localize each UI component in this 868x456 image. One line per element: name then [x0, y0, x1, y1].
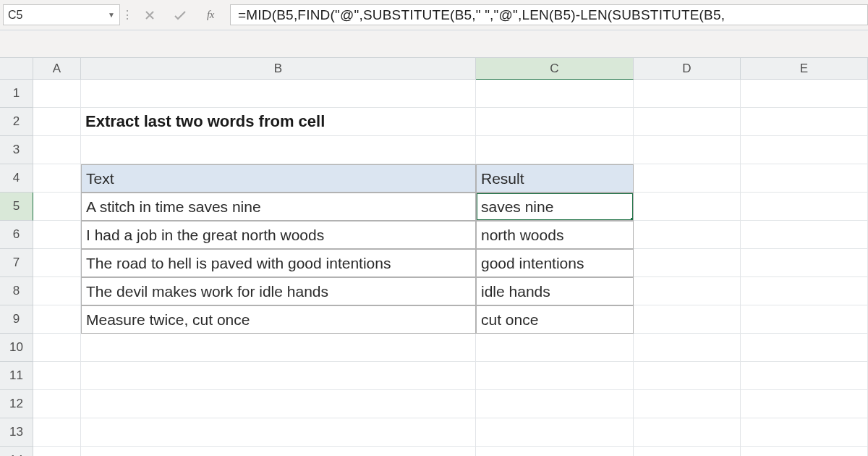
cell-c9[interactable]: cut once [476, 305, 634, 334]
row-header-11[interactable]: 11 [0, 362, 33, 390]
row-header-6[interactable]: 6 [0, 221, 33, 249]
cell-d6[interactable] [634, 221, 741, 249]
cell-b9[interactable]: Measure twice, cut once [81, 305, 476, 334]
fx-icon: fx [207, 9, 214, 21]
cell-d1[interactable] [634, 80, 741, 108]
cell-e4[interactable] [741, 164, 868, 193]
cell-c10[interactable] [476, 334, 634, 362]
cell-e1[interactable] [741, 80, 868, 108]
cell-d4[interactable] [634, 164, 741, 193]
cell-d10[interactable] [634, 334, 741, 362]
cell-b14[interactable] [81, 447, 476, 456]
cell-d5[interactable] [634, 193, 741, 221]
row-header-8[interactable]: 8 [0, 277, 33, 305]
cell-e12[interactable] [741, 390, 868, 418]
cell-d13[interactable] [634, 418, 741, 447]
cell-d2[interactable] [634, 108, 741, 136]
cell-b5[interactable]: A stitch in time saves nine [81, 193, 476, 221]
cell-b8[interactable]: The devil makes work for idle hands [81, 277, 476, 305]
cell-a4[interactable] [33, 164, 81, 193]
table-header-text[interactable]: Text [81, 164, 476, 193]
cell-d3[interactable] [634, 136, 741, 164]
col-header-a[interactable]: A [33, 58, 81, 80]
cell-d12[interactable] [634, 390, 741, 418]
cell-e8[interactable] [741, 277, 868, 305]
cell-c6[interactable]: north woods [476, 221, 634, 249]
cancel-button[interactable] [135, 5, 165, 25]
name-box[interactable]: C5 ▼ [3, 4, 120, 25]
cell-b1[interactable] [81, 80, 476, 108]
cell-c13[interactable] [476, 418, 634, 447]
row-header-7[interactable]: 7 [0, 249, 33, 277]
row-header-4[interactable]: 4 [0, 164, 33, 193]
cell-a11[interactable] [33, 362, 81, 390]
name-box-dropdown-icon[interactable]: ▼ [108, 11, 115, 19]
cell-e10[interactable] [741, 334, 868, 362]
row-header-1[interactable]: 1 [0, 80, 33, 108]
cell-c14[interactable] [476, 447, 634, 456]
insert-function-button[interactable]: fx [195, 5, 226, 25]
cell-b13[interactable] [81, 418, 476, 447]
cell-c2[interactable] [476, 108, 634, 136]
cell-a14[interactable] [33, 447, 81, 456]
select-all-corner[interactable] [0, 58, 33, 80]
cell-b10[interactable] [81, 334, 476, 362]
row-header-9[interactable]: 9 [0, 305, 33, 334]
cell-d14[interactable] [634, 447, 741, 456]
cell-e2[interactable] [741, 108, 868, 136]
cell-a2[interactable] [33, 108, 81, 136]
cell-a13[interactable] [33, 418, 81, 447]
cell-d11[interactable] [634, 362, 741, 390]
cell-a6[interactable] [33, 221, 81, 249]
cell-a9[interactable] [33, 305, 81, 334]
cell-d9[interactable] [634, 305, 741, 334]
cell-e7[interactable] [741, 249, 868, 277]
cell-a7[interactable] [33, 249, 81, 277]
row: 7 The road to hell is paved with good in… [0, 249, 868, 277]
cell-c1[interactable] [476, 80, 634, 108]
row-header-14[interactable]: 14 [0, 447, 33, 456]
cell-c12[interactable] [476, 390, 634, 418]
cell-b2-title[interactable]: Extract last two words from cell [81, 108, 476, 136]
row-header-5[interactable]: 5 [0, 193, 33, 221]
cell-a10[interactable] [33, 334, 81, 362]
cell-b12[interactable] [81, 390, 476, 418]
col-header-b[interactable]: B [81, 58, 476, 80]
cell-e11[interactable] [741, 362, 868, 390]
row-header-10[interactable]: 10 [0, 334, 33, 362]
fill-handle[interactable] [631, 218, 634, 221]
enter-button[interactable] [165, 5, 195, 25]
cell-c5-active[interactable]: saves nine [476, 193, 634, 221]
cell-b11[interactable] [81, 362, 476, 390]
formula-input[interactable]: =MID(B5,FIND("@",SUBSTITUTE(B5," ","@",L… [230, 4, 868, 25]
row-header-3[interactable]: 3 [0, 136, 33, 164]
cell-e3[interactable] [741, 136, 868, 164]
cell-a12[interactable] [33, 390, 81, 418]
table-header-result[interactable]: Result [476, 164, 634, 193]
cell-a5[interactable] [33, 193, 81, 221]
cell-b7[interactable]: The road to hell is paved with good inte… [81, 249, 476, 277]
cell-c3[interactable] [476, 136, 634, 164]
col-header-e[interactable]: E [741, 58, 868, 80]
cell-b6[interactable]: I had a job in the great north woods [81, 221, 476, 249]
cell-e13[interactable] [741, 418, 868, 447]
row-header-12[interactable]: 12 [0, 390, 33, 418]
row-header-13[interactable]: 13 [0, 418, 33, 447]
cell-e14[interactable] [741, 447, 868, 456]
row-header-2[interactable]: 2 [0, 108, 33, 136]
col-header-c[interactable]: C [476, 58, 634, 80]
cell-d7[interactable] [634, 249, 741, 277]
cell-a3[interactable] [33, 136, 81, 164]
cell-c7[interactable]: good intentions [476, 249, 634, 277]
cell-c8[interactable]: idle hands [476, 277, 634, 305]
cell-b3[interactable] [81, 136, 476, 164]
cell-e9[interactable] [741, 305, 868, 334]
cell-a1[interactable] [33, 80, 81, 108]
cell-a8[interactable] [33, 277, 81, 305]
cell-d8[interactable] [634, 277, 741, 305]
cell-c11[interactable] [476, 362, 634, 390]
cell-c5-value: saves nine [481, 198, 553, 216]
col-header-d[interactable]: D [634, 58, 741, 80]
cell-e5[interactable] [741, 193, 868, 221]
cell-e6[interactable] [741, 221, 868, 249]
